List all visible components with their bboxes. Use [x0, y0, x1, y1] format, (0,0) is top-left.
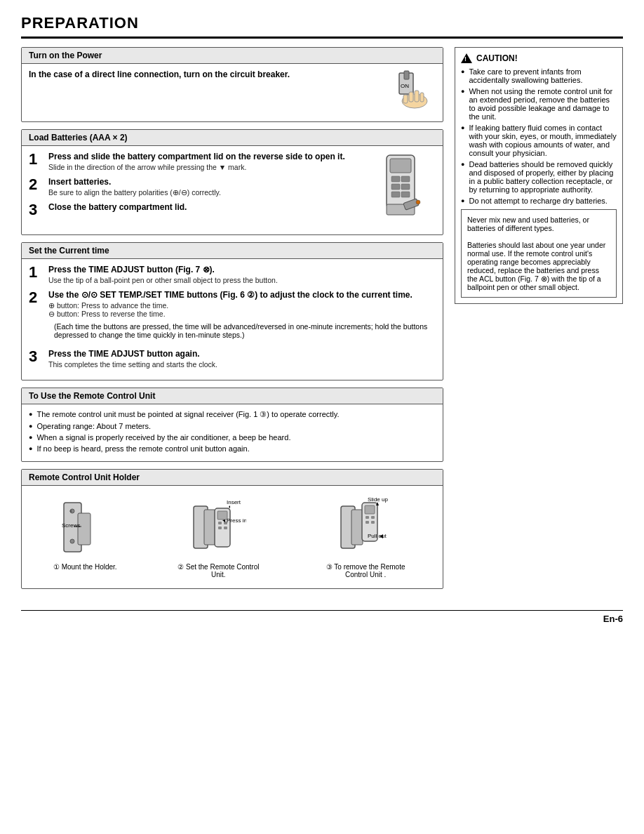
time-step-sub-1: Use the tip of a ball-point pen or other…	[48, 276, 436, 284]
load-batteries-section: Load Batteries (AAA × 2) 1 Press and sli…	[21, 129, 443, 235]
svg-text:Insert: Insert	[227, 499, 241, 505]
step-title-3: Close the battery compartment lid.	[48, 202, 367, 212]
holder-item-2: Insert Press in ② Set the Remote Control…	[173, 496, 264, 578]
time-step-num-2: 2	[29, 290, 43, 343]
step-content-2: Insert batteries. Be sure to align the b…	[48, 177, 367, 197]
svg-rect-41	[365, 505, 375, 514]
svg-rect-22	[78, 513, 90, 545]
svg-rect-15	[401, 192, 410, 197]
time-step-bullet-minus: ⊖ button: Press to reverse the time.	[48, 310, 436, 318]
right-column: CAUTION! Take care to prevent infants fr…	[455, 47, 623, 596]
page-footer: En-6	[21, 610, 623, 624]
svg-rect-45	[371, 521, 375, 524]
step-title-2: Insert batteries.	[48, 177, 367, 187]
holder-caption-3: To remove the Remote Control Unit .	[334, 563, 405, 578]
svg-rect-6	[420, 93, 424, 102]
caution-box: CAUTION! Take care to prevent infants fr…	[455, 47, 623, 304]
remote-bullet-2: Operating range: About 7 meters.	[29, 422, 436, 430]
caution-bullet-1: Take care to prevent infants from accide…	[461, 67, 617, 84]
step-content-1: Press and slide the battery compartment …	[48, 152, 367, 171]
step-sub-1: Slide in the direction of the arrow whil…	[48, 163, 367, 171]
time-step-3: 3 Press the TIME ADJUST button again. Th…	[29, 349, 436, 369]
svg-text:Screws: Screws	[62, 522, 80, 529]
holder-images-row: Screws ① Mount the Holder.	[29, 491, 436, 583]
holder-num-1: ①	[53, 563, 62, 571]
time-step-1: 1 Press the TIME ADJUST button (Fig. 7 ⊗…	[29, 265, 436, 284]
remote-bullet-1: The remote control unit must be pointed …	[29, 410, 436, 419]
time-step-title-3: Press the TIME ADJUST button again.	[48, 349, 436, 359]
caution-label: CAUTION!	[476, 53, 518, 63]
svg-rect-11	[401, 176, 410, 182]
holder-num-2: ②	[177, 563, 186, 571]
load-batteries-body: 1 Press and slide the battery compartmen…	[22, 146, 443, 234]
svg-text:Slide up: Slide up	[368, 496, 388, 503]
svg-text:ON: ON	[401, 83, 409, 89]
set-time-header: Set the Current time	[22, 243, 443, 259]
svg-rect-30	[218, 522, 222, 524]
remote-holder-section: Remote Control Unit Holder	[21, 469, 443, 589]
svg-rect-44	[365, 521, 369, 524]
time-step-note: (Each time the buttons are pressed, the …	[48, 322, 436, 339]
time-step-content-1: Press the TIME ADJUST button (Fig. 7 ⊗).…	[48, 265, 436, 284]
remote-bullet-3: When a signal is properly received by th…	[29, 433, 436, 442]
remote-use-header: To Use the Remote Control Unit	[22, 388, 443, 404]
page-number: En-6	[603, 614, 623, 624]
remote-use-section: To Use the Remote Control Unit The remot…	[21, 388, 443, 462]
svg-rect-29	[217, 511, 227, 519]
svg-text:Press in: Press in	[227, 517, 246, 524]
step-sub-2: Be sure to align the battery polarities …	[48, 188, 367, 197]
time-step-sub-3: This completes the time setting and star…	[48, 360, 436, 369]
svg-marker-35	[229, 505, 230, 508]
svg-rect-4	[409, 92, 413, 102]
svg-rect-43	[371, 516, 375, 519]
remote-battery-figure	[373, 152, 436, 229]
battery-steps: 1 Press and slide the battery compartmen…	[29, 152, 367, 229]
svg-rect-10	[391, 176, 400, 182]
svg-rect-7	[403, 95, 408, 103]
caution-triangle-icon	[461, 53, 472, 63]
holder-figure-2: Insert Press in	[190, 496, 246, 560]
time-step-title-1: Press the TIME ADJUST button (Fig. 7 ⊗).	[48, 265, 436, 274]
svg-rect-12	[391, 184, 400, 190]
svg-rect-5	[415, 91, 419, 102]
battery-step-2: 2 Insert batteries. Be sure to align the…	[29, 177, 367, 197]
time-step-num-3: 3	[29, 349, 43, 369]
svg-rect-1	[404, 71, 409, 79]
step-content-3: Close the battery compartment lid.	[48, 202, 367, 218]
holder-label-1: ① Mount the Holder.	[53, 563, 117, 571]
remote-use-body: The remote control unit must be pointed …	[22, 404, 443, 461]
time-step-2: 2 Use the ⊙/⊙ SET TEMP./SET TIME buttons…	[29, 290, 436, 343]
remote-holder-header: Remote Control Unit Holder	[22, 470, 443, 486]
holder-figure-3: Slide up Pull out	[337, 496, 394, 560]
remote-bullet-4: If no beep is heard, press the remote co…	[29, 444, 436, 453]
caution-bullet-5: Do not attempt to recharge dry batteries…	[461, 197, 617, 205]
battery-steps-area: 1 Press and slide the battery compartmen…	[29, 152, 436, 229]
load-batteries-header: Load Batteries (AAA × 2)	[22, 130, 443, 146]
holder-label-3: ③ To remove the Remote Control Unit .	[320, 563, 411, 578]
holder-item-3: Slide up Pull out ③ To remove the Remote…	[320, 496, 411, 578]
time-step-content-2: Use the ⊙/⊙ SET TEMP./SET TIME buttons (…	[48, 290, 436, 343]
time-step-bullet-plus: ⊕ button: Press to advance the time.	[48, 301, 436, 310]
svg-rect-39	[351, 510, 363, 545]
caution-bullet-4: Dead batteries should be removed quickly…	[461, 160, 617, 194]
svg-text:Pull out: Pull out	[368, 533, 387, 539]
caution-title: CAUTION!	[461, 53, 617, 63]
page-title: PREPARATION	[21, 14, 623, 39]
holder-label-2: ② Set the Remote Control Unit.	[173, 563, 264, 578]
battery-step-3: 3 Close the battery compartment lid.	[29, 202, 367, 218]
battery-note-box: Never mix new and used batteries, or bat…	[461, 209, 617, 298]
svg-point-25	[70, 510, 72, 512]
holder-item-1: Screws ① Mount the Holder.	[53, 496, 117, 571]
svg-rect-33	[224, 527, 227, 529]
caution-bullet-2: When not using the remote control unit f…	[461, 87, 617, 121]
step-num-1: 1	[29, 152, 43, 171]
set-time-body: 1 Press the TIME ADJUST button (Fig. 7 ⊗…	[22, 259, 443, 380]
time-step-title-2: Use the ⊙/⊙ SET TEMP./SET TIME buttons (…	[48, 290, 436, 300]
svg-rect-13	[401, 184, 410, 190]
time-step-num-1: 1	[29, 265, 43, 284]
svg-point-18	[416, 200, 420, 204]
step-num-2: 2	[29, 177, 43, 197]
set-time-section: Set the Current time 1 Press the TIME AD…	[21, 242, 443, 380]
step-title-1: Press and slide the battery compartment …	[48, 152, 367, 161]
svg-rect-42	[365, 516, 369, 519]
